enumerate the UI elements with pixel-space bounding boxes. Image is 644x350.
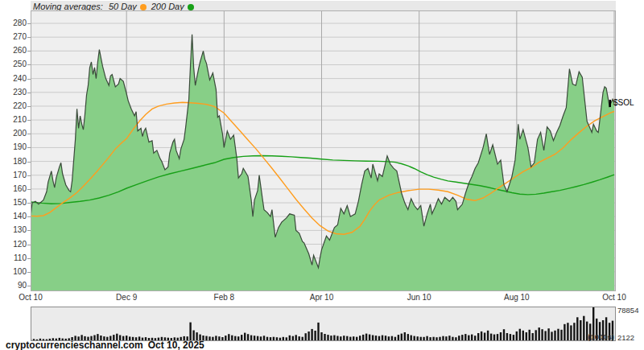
y-axis-tick bbox=[27, 79, 31, 80]
volume-min-label: 2122 bbox=[617, 333, 634, 342]
y-axis-tick bbox=[27, 286, 31, 286]
y-axis-label: 130 bbox=[0, 225, 27, 235]
y-axis-label: 250 bbox=[0, 60, 27, 69]
y-axis-label: 280 bbox=[0, 19, 27, 28]
y-axis-tick bbox=[27, 120, 31, 121]
x-axis-label: Jun 10 bbox=[395, 293, 444, 302]
y-axis-label: 220 bbox=[0, 101, 27, 111]
x-axis-label: Dec 9 bbox=[102, 293, 151, 302]
y-axis-tick bbox=[27, 189, 31, 190]
y-axis-label: 150 bbox=[0, 198, 27, 208]
y-axis-tick bbox=[27, 106, 31, 107]
y-axis-label: 240 bbox=[0, 74, 27, 84]
y-axis-tick bbox=[27, 23, 31, 24]
y-axis-tick bbox=[27, 272, 31, 273]
y-axis-tick bbox=[27, 175, 31, 176]
x-axis-label: Apr 10 bbox=[298, 293, 346, 302]
y-axis-label: 140 bbox=[0, 212, 27, 221]
footer: cryptocurrencieschannel.comOct 10, 2025 bbox=[6, 340, 209, 350]
x-axis-label: Aug 10 bbox=[493, 293, 541, 302]
y-axis-tick bbox=[27, 93, 31, 93]
y-axis-label: 200 bbox=[0, 129, 27, 138]
y-axis-label: 190 bbox=[0, 142, 27, 152]
y-axis-label: 110 bbox=[0, 253, 27, 263]
y-axis-tick bbox=[27, 51, 31, 51]
date-label: Oct 10, 2025 bbox=[148, 340, 204, 350]
symbol-label: $SOL bbox=[613, 98, 634, 107]
y-axis-label: 270 bbox=[0, 32, 27, 42]
y-axis-label: 180 bbox=[0, 157, 27, 167]
y-axis-tick bbox=[27, 258, 31, 259]
x-axis-label: Feb 8 bbox=[200, 293, 248, 302]
y-axis-label: 160 bbox=[0, 184, 27, 194]
watermark: cryptocurrencieschannel.com bbox=[6, 340, 143, 350]
y-axis-label: 170 bbox=[0, 171, 27, 180]
y-axis-tick bbox=[27, 216, 31, 217]
y-axis-tick bbox=[27, 37, 31, 38]
y-axis-tick bbox=[27, 230, 31, 231]
y-axis-tick bbox=[27, 162, 31, 163]
y-axis-tick bbox=[27, 64, 31, 65]
y-axis-label: 120 bbox=[0, 240, 27, 249]
y-axis-label: 230 bbox=[0, 88, 27, 97]
x-axis-label: Oct 10 bbox=[6, 293, 55, 302]
y-axis-tick bbox=[27, 134, 31, 134]
price-chart bbox=[31, 0, 616, 291]
y-axis-tick bbox=[27, 147, 31, 148]
y-axis-label: 210 bbox=[0, 115, 27, 125]
y-axis-label: 260 bbox=[0, 46, 27, 56]
y-axis-tick bbox=[27, 245, 31, 245]
y-axis-label: 100 bbox=[0, 267, 27, 277]
y-axis-tick bbox=[27, 203, 31, 204]
x-axis-label: Oct 10 bbox=[590, 293, 638, 302]
y-axis-label: 90 bbox=[0, 281, 27, 290]
chart-page: Moving averages: 50 Day200 Day 901001101… bbox=[0, 0, 644, 350]
volume-max-label: 78854 bbox=[617, 306, 638, 315]
